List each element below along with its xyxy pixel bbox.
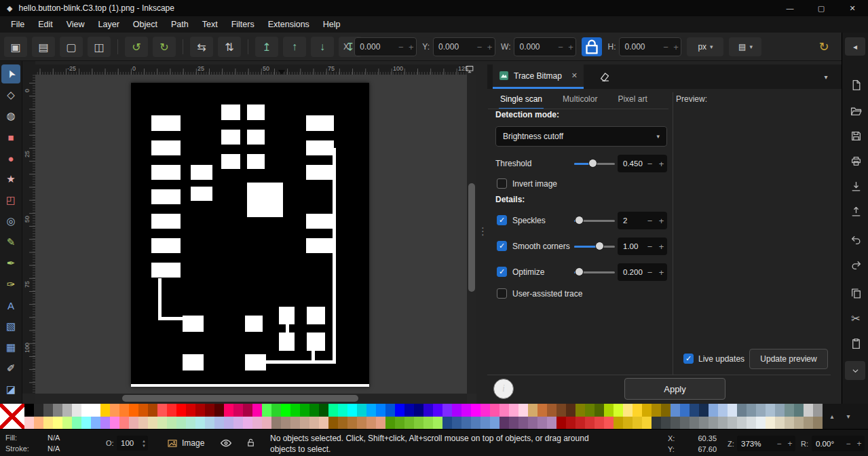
palette-swatch[interactable] bbox=[366, 417, 376, 429]
x-decrement[interactable]: − bbox=[396, 42, 406, 52]
close-tab-icon[interactable]: ✕ bbox=[571, 71, 578, 80]
palette-swatch[interactable] bbox=[243, 404, 252, 417]
palette-swatch[interactable] bbox=[690, 404, 699, 417]
palette-swatch[interactable] bbox=[728, 417, 737, 429]
spiral-tool[interactable]: ◎ bbox=[1, 212, 20, 231]
gradient-tool[interactable]: ▧ bbox=[1, 317, 20, 336]
rotation-increment[interactable]: + bbox=[854, 439, 865, 449]
palette-swatch[interactable] bbox=[110, 417, 119, 429]
palette-swatch[interactable] bbox=[633, 417, 642, 429]
import-button[interactable] bbox=[846, 176, 866, 197]
palette-swatch[interactable] bbox=[747, 417, 756, 429]
palette-swatch[interactable] bbox=[471, 404, 480, 417]
palette-swatch[interactable] bbox=[699, 404, 709, 417]
palette-swatch[interactable] bbox=[81, 404, 91, 417]
maximize-button[interactable]: ▢ bbox=[806, 0, 837, 16]
palette-swatch[interactable] bbox=[385, 417, 395, 429]
palette-swatch[interactable] bbox=[537, 404, 547, 417]
vertical-scrollbar-thumb[interactable] bbox=[468, 183, 475, 292]
horizontal-scrollbar[interactable] bbox=[35, 394, 467, 404]
raise-button[interactable]: ↑ bbox=[283, 37, 306, 57]
palette-swatch[interactable] bbox=[566, 404, 575, 417]
menu-edit[interactable]: Edit bbox=[31, 16, 60, 33]
slider-knob[interactable] bbox=[595, 242, 604, 250]
palette-swatch[interactable] bbox=[186, 404, 195, 417]
palette-swatch[interactable] bbox=[309, 404, 319, 417]
palette-swatch[interactable] bbox=[547, 404, 556, 417]
y-increment[interactable]: + bbox=[485, 42, 495, 52]
palette-swatch[interactable] bbox=[129, 417, 138, 429]
select-all-button[interactable]: ▣ bbox=[4, 37, 27, 57]
palette-swatch[interactable] bbox=[566, 417, 575, 429]
palette-swatch[interactable] bbox=[775, 404, 785, 417]
palette-swatch[interactable] bbox=[233, 404, 243, 417]
speckles-slider[interactable] bbox=[574, 216, 615, 225]
dock-resize-grip[interactable]: ⋮ bbox=[478, 225, 488, 238]
palette-swatch[interactable] bbox=[442, 417, 452, 429]
h-increment[interactable]: + bbox=[671, 42, 681, 52]
palette-swatch[interactable] bbox=[271, 417, 281, 429]
palette-swatch[interactable] bbox=[72, 417, 81, 429]
undo-button[interactable] bbox=[846, 229, 866, 250]
calligraphy-tool[interactable]: ✑ bbox=[1, 275, 20, 294]
palette-swatch[interactable] bbox=[81, 417, 91, 429]
duplicate-button[interactable] bbox=[846, 283, 866, 303]
vertical-scrollbar[interactable] bbox=[467, 75, 476, 394]
selection-to-box-button[interactable]: ◫ bbox=[88, 37, 111, 57]
palette-swatch[interactable] bbox=[281, 417, 290, 429]
info-button[interactable]: i bbox=[493, 379, 514, 399]
pages-tool[interactable]: ◪ bbox=[1, 380, 20, 399]
palette-swatch[interactable] bbox=[157, 404, 167, 417]
transform-options-dropdown[interactable]: ▤ ▾ bbox=[729, 37, 761, 56]
paste-button[interactable] bbox=[846, 333, 866, 354]
palette-swatch[interactable] bbox=[72, 404, 81, 417]
palette-swatch[interactable] bbox=[642, 404, 652, 417]
palette-swatch[interactable] bbox=[499, 417, 509, 429]
palette-swatch[interactable] bbox=[24, 404, 34, 417]
opacity-input[interactable]: 100 ▴▾ bbox=[117, 436, 148, 451]
palette-swatch[interactable] bbox=[414, 404, 423, 417]
h-input[interactable]: 0.000 − + bbox=[619, 37, 681, 56]
palette-swatch[interactable] bbox=[290, 404, 300, 417]
menu-file[interactable]: File bbox=[4, 16, 31, 33]
horizontal-scrollbar-thumb[interactable] bbox=[122, 395, 358, 402]
palette-swatch[interactable] bbox=[595, 417, 604, 429]
shape-builder-tool[interactable]: ◍ bbox=[1, 107, 20, 126]
canvas[interactable] bbox=[35, 75, 467, 394]
palette-swatch[interactable] bbox=[176, 404, 186, 417]
optimize-input[interactable]: 0.200−+ bbox=[618, 263, 667, 281]
palette-swatch[interactable] bbox=[480, 417, 490, 429]
close-button[interactable]: ✕ bbox=[837, 0, 868, 16]
menu-path[interactable]: Path bbox=[164, 16, 195, 33]
rotation-input[interactable]: 0.00° − + bbox=[812, 436, 865, 451]
slider-knob[interactable] bbox=[588, 159, 597, 168]
palette-swatch[interactable] bbox=[575, 404, 585, 417]
text-tool[interactable]: A bbox=[1, 296, 20, 315]
palette-swatch[interactable] bbox=[642, 417, 652, 429]
palette-swatch[interactable] bbox=[347, 404, 357, 417]
mesh-gradient-tool[interactable]: ▦ bbox=[1, 338, 20, 357]
palette-swatch[interactable] bbox=[148, 417, 157, 429]
palette-swatch[interactable] bbox=[718, 417, 728, 429]
palette-swatch[interactable] bbox=[271, 404, 281, 417]
palette-swatch[interactable] bbox=[376, 417, 385, 429]
lock-ratio-button[interactable] bbox=[582, 37, 602, 56]
snap-toggle-button[interactable]: ↻ bbox=[812, 37, 836, 57]
palette-swatch[interactable] bbox=[262, 417, 271, 429]
w-input[interactable]: 0.000 − + bbox=[514, 37, 576, 56]
slider-knob[interactable] bbox=[575, 267, 584, 276]
palette-swatch[interactable] bbox=[680, 417, 690, 429]
palette-swatch[interactable] bbox=[509, 417, 518, 429]
palette-swatch[interactable] bbox=[24, 417, 34, 429]
palette-swatch[interactable] bbox=[319, 404, 328, 417]
palette-swatch[interactable] bbox=[585, 417, 595, 429]
palette-swatch[interactable] bbox=[376, 404, 385, 417]
palette-swatch[interactable] bbox=[338, 404, 347, 417]
palette-swatch[interactable] bbox=[167, 404, 176, 417]
smooth-corners-slider[interactable] bbox=[574, 242, 615, 251]
palette-swatch[interactable] bbox=[699, 417, 709, 429]
palette-swatch[interactable] bbox=[167, 417, 176, 429]
palette-swatch[interactable] bbox=[537, 417, 547, 429]
palette-swatch[interactable] bbox=[490, 417, 499, 429]
palette-swatch[interactable] bbox=[357, 417, 366, 429]
